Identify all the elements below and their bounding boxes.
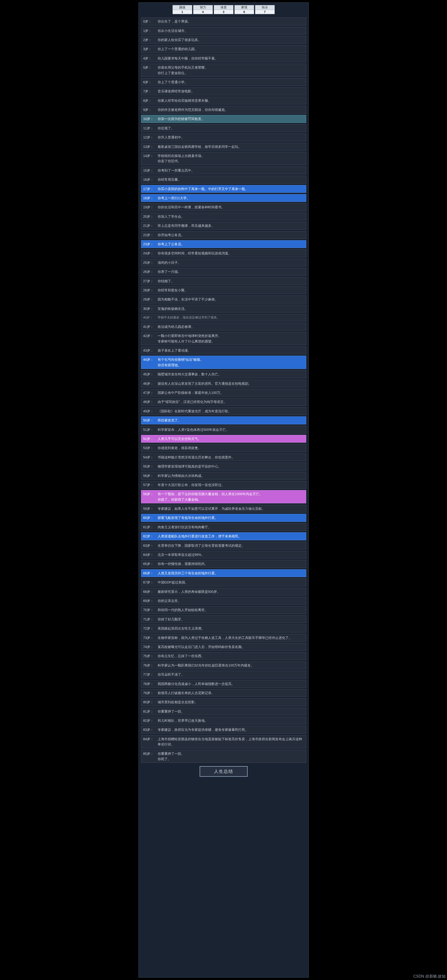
- stat-strength: 体质 3: [214, 5, 234, 14]
- event-row: 59岁：专家建议，如果人生不如意可以尝试重开，为减轻养老金压力做出贡献。: [141, 505, 306, 512]
- event-row: 41岁：政治成为幼儿园必修课。: [141, 323, 306, 331]
- event-text: 据说有人在深山里发现了古装的居民。官方通报是在拍电视剧。: [157, 381, 304, 386]
- event-row: 16岁：你经常用豆瓣。: [141, 176, 306, 183]
- event-row: 4岁：幼儿园要求每天午睡，但你经常睡不着。: [141, 54, 306, 62]
- event-row: 56岁：科学家认为情绪由大冰块构成。: [141, 472, 306, 480]
- life-summary-button[interactable]: 人生总结: [200, 766, 248, 777]
- event-age: 70岁：: [143, 607, 157, 612]
- event-row: 65岁：你有一些慢性病，需要持续吃药。: [141, 560, 306, 568]
- event-age: 49岁：: [143, 409, 157, 414]
- event-age: 81岁：: [143, 709, 157, 714]
- event-text: 你近视了。: [157, 126, 304, 131]
- event-age: 67岁：: [143, 580, 157, 585]
- event-row: 78岁：我国两极分化迅速减小，人民幸福指数进一步提高。: [141, 680, 306, 688]
- event-text: 你开始考公务员。: [157, 232, 304, 238]
- event-age: 40岁：: [143, 315, 157, 320]
- event-text: 中国GDP超过美国。: [157, 580, 304, 585]
- event-row: 67岁：中国GDP超过美国。: [141, 578, 306, 586]
- event-row: 83岁：专家建议，政府应当为专家提供保镖，避免专家被暴民打死。: [141, 726, 306, 733]
- event-row: 13岁：最新桌游三国自走棋风靡学校，放学后很多同学一起玩。: [141, 143, 306, 151]
- event-row: 11岁：你近视了。: [141, 124, 306, 132]
- watermark: CSDN @新晓·故知: [414, 974, 445, 979]
- event-age: 19岁：: [143, 205, 157, 210]
- event-row: 1岁：你从小生活在城市。: [141, 27, 306, 35]
- event-age: 1岁：: [143, 28, 157, 33]
- event-row: 66岁：人类又发现另外三个有生命的地外行星。: [141, 570, 306, 577]
- event-age: 80岁：: [143, 699, 157, 705]
- event-text: 科学家认为一颗距离我们32光年的红超巨星将在100万年内爆发。: [157, 663, 304, 668]
- event-age: 29岁：: [143, 297, 157, 302]
- event-age: 72岁：: [143, 626, 157, 631]
- event-text: 上海市捐赠给贫困县的物资在当地直接被贴下标签高价售卖，上海市政府在新闻发布会上疯…: [157, 737, 304, 747]
- event-list[interactable]: 0岁：你出生了，是个男孩。1岁：你从小生活在城市。2岁：你的家人给你买了很多玩具…: [141, 18, 306, 763]
- event-row: 17岁：你买小卖部的饮料中了再来一瓶。中的打开又中了再来一瓶。: [141, 185, 306, 193]
- event-text: 你经常和密友小聚。: [157, 288, 304, 293]
- event-text: 你第一次因为犯错被罚写检查。: [157, 116, 304, 121]
- event-age: 5岁：: [143, 65, 157, 70]
- event-text: 癌症被攻克了。: [157, 418, 304, 423]
- event-age: 55岁：: [143, 464, 157, 469]
- event-text: 某高校被曝光可以走后门进入后，开始明码标价售卖名额。: [157, 644, 304, 649]
- event-row: 18岁：你考上一所211大学。: [141, 194, 306, 202]
- event-row: 23岁：你考上了公务员。: [141, 240, 306, 248]
- event-text: 你出生了，是个男孩。: [157, 19, 304, 24]
- stat-money: 家境 6: [234, 5, 254, 14]
- event-age: 69岁：: [143, 598, 157, 603]
- event-text: 幼儿园要求每天午睡，但你经常睡不着。: [157, 56, 304, 61]
- event-row: 85岁：你重重摔了一跤。 你死了。: [141, 750, 306, 763]
- event-row: 15岁：你考到了一所重点高中。: [141, 167, 306, 174]
- event-row: 54岁：书籍这种媒介竟然没有退出历史舞台，你也很意外。: [141, 453, 306, 461]
- stat-value: 6: [235, 10, 254, 14]
- event-age: 59岁：: [143, 506, 157, 511]
- stat-value: 7: [255, 10, 275, 14]
- event-row: 64岁：北京一本录取率首次超过99%。: [141, 551, 306, 558]
- event-text: 和儿时相比，世界早已改天换地。: [157, 718, 304, 723]
- event-text: 生物学家宣称，因为人类过于依赖人造工具，人类天生的工具眼耳手脚等已经停止进化了。: [157, 635, 304, 640]
- stat-value: 3: [214, 10, 233, 14]
- event-text: 有个乞丐向你推销“仙法”秘籍。 你没有搭理他。: [157, 357, 304, 368]
- event-text: 国家公布中产阶级标准：家庭年收入100万。: [157, 390, 304, 395]
- event-age: 76岁：: [143, 663, 157, 668]
- event-row: 69岁：你的父亲去世。: [141, 597, 306, 605]
- event-row: 55岁：物理学家发现地球可能真的是宇宙的中心。: [141, 463, 306, 470]
- event-age: 16岁：: [143, 177, 157, 182]
- event-row: 48岁：由于“缩写效应”，汉语已经简化为纯字母语言。: [141, 398, 306, 406]
- stat-label: 体质: [214, 5, 233, 10]
- event-row: 74岁：某高校被曝光可以走后门进入后，开始明码标价售卖名额。: [141, 643, 306, 651]
- event-text: 你考到了一所重点高中。: [157, 168, 304, 173]
- event-row: 61岁：肉食主义者游行抗议没有纯肉餐厅。: [141, 523, 306, 531]
- event-text: 你的父亲去世。: [157, 598, 304, 603]
- game-container: 颜值 1 智力 4 体质 3 家境 6 快乐 7 0岁：你出生了，是个男孩。1岁…: [138, 2, 309, 978]
- event-row: 60岁：探索飞船发现了有低等生命的地外行星。: [141, 514, 306, 522]
- event-row: 81岁：你重重摔了一跤。: [141, 708, 306, 715]
- event-text: 人类又发现另外三个有生命的地外行星。: [157, 571, 304, 576]
- event-text: 你掉了好几颗牙。: [157, 617, 304, 622]
- event-row: 51岁：科学家宣布，人类Y染色体再过500年就会灭亡。: [141, 426, 306, 433]
- event-age: 82岁：: [143, 718, 157, 723]
- event-text: 科学家宣布，人类Y染色体再过500年就会灭亡。: [157, 427, 304, 432]
- event-age: 48岁：: [143, 399, 157, 404]
- event-text: 你上了一个普通的幼儿园。: [157, 46, 304, 52]
- event-row: 75岁：你有点失忆，忘掉了一些东西。: [141, 652, 306, 660]
- event-age: 28岁：: [143, 288, 157, 293]
- event-row: 84岁：上海市捐赠给贫困县的物资在当地直接被贴下标签高价售卖，上海市政府在新闻发…: [141, 735, 306, 748]
- event-text: 你喜欢用父母的手机玩王者荣耀。 你打上了黄金段位。: [157, 65, 304, 76]
- event-age: 85岁：: [143, 751, 157, 756]
- event-text: 肉食主义者游行抗议没有纯肉餐厅。: [157, 525, 304, 530]
- event-row: 27岁：你结婚了。: [141, 277, 306, 285]
- event-text: 你养了一只猫。: [157, 269, 304, 274]
- event-row: 71岁：你掉了好几颗牙。: [141, 616, 306, 623]
- event-row: 77岁：你耳朵听不清了。: [141, 671, 306, 678]
- event-age: 12岁：: [143, 135, 157, 140]
- event-text: 你经常用豆瓣。: [157, 177, 304, 182]
- event-text: 专家建议，如果人生不如意可以尝试重开，为减轻养老金压力做出贡献。: [157, 506, 304, 511]
- event-text: 探索飞船发现了有低等生命的地外行星。: [157, 515, 304, 520]
- event-row: 82岁：和儿时相比，世界早已改天换地。: [141, 717, 306, 724]
- event-age: 20岁：: [143, 214, 157, 219]
- event-row: 50岁：癌症被攻克了。: [141, 417, 306, 424]
- event-text: 音乐课老师经常放电影。: [157, 89, 304, 94]
- event-text: 由于“缩写效应”，汉语已经简化为纯字母语言。: [157, 399, 304, 404]
- event-age: 24岁：: [143, 251, 157, 256]
- event-text: 人类几乎可以完全控制天气。: [157, 436, 304, 441]
- event-age: 7岁：: [143, 89, 157, 94]
